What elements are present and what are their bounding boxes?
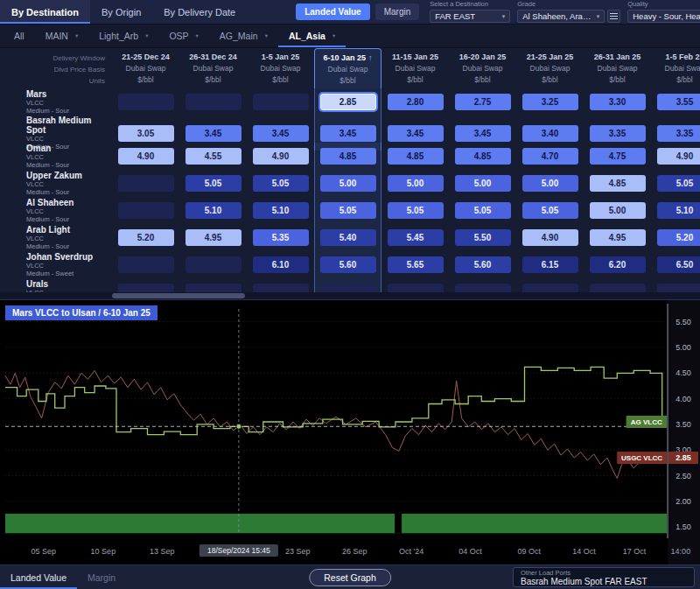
price-cell[interactable] xyxy=(186,256,242,273)
price-cell[interactable]: 5.00 xyxy=(590,202,646,219)
price-cell[interactable]: 4.90 xyxy=(253,148,309,165)
column-header-26-31-jan-25[interactable]: 26-31 Jan 25Dubai Swap$/bbl xyxy=(584,48,651,88)
price-cell[interactable]: 5.00 xyxy=(388,175,444,192)
toggle-landed-value[interactable]: Landed Value xyxy=(296,4,369,20)
price-cell[interactable]: 6.10 xyxy=(253,256,309,273)
price-cell[interactable]: 5.20 xyxy=(118,229,174,246)
price-cell[interactable]: 4.70 xyxy=(522,148,578,165)
price-cell[interactable]: 4.90 xyxy=(522,229,578,246)
price-cell[interactable]: 5.50 xyxy=(455,229,511,246)
toggle-margin[interactable]: Margin xyxy=(375,4,420,20)
price-cell[interactable] xyxy=(118,202,174,219)
price-cell[interactable]: 5.05 xyxy=(186,175,242,192)
price-cell[interactable]: 3.45 xyxy=(253,125,309,142)
price-cell[interactable] xyxy=(253,94,309,110)
select-a-destination-select[interactable]: FAR EAST▾ xyxy=(430,10,510,23)
price-cell[interactable] xyxy=(186,94,242,110)
price-cell[interactable] xyxy=(253,284,309,292)
column-header-21-25-dec-24[interactable]: 21-25 Dec 24Dubai Swap$/bbl xyxy=(112,48,179,88)
price-cell[interactable]: 5.05 xyxy=(388,202,444,219)
price-cell[interactable]: 4.75 xyxy=(590,148,646,165)
price-cell[interactable]: 5.05 xyxy=(522,202,578,219)
price-cell[interactable] xyxy=(320,284,376,292)
price-cell[interactable]: 5.00 xyxy=(320,175,376,192)
price-cell[interactable]: 4.85 xyxy=(388,148,444,165)
price-cell[interactable]: 3.45 xyxy=(455,125,511,142)
price-cell[interactable] xyxy=(118,94,174,110)
other-load-ports-select[interactable]: Other Load Ports Basrah Medium Spot FAR … xyxy=(513,567,695,587)
price-cell[interactable]: 4.95 xyxy=(590,229,646,246)
column-header-1-5-jan-25[interactable]: 1-5 Jan 25Dubai Swap$/bbl xyxy=(247,48,314,88)
row-label-mars[interactable]: MarsVLCCMedium - Sour xyxy=(0,89,112,115)
price-cell[interactable]: 5.10 xyxy=(253,202,309,219)
price-cell[interactable] xyxy=(118,175,174,192)
price-cell[interactable] xyxy=(118,256,174,273)
price-cell[interactable]: 4.90 xyxy=(118,148,174,165)
column-header-6-10-jan-25[interactable]: 6-10 Jan 25↑Dubai Swap$/bbl xyxy=(314,48,382,88)
grade-list-icon[interactable] xyxy=(607,10,620,23)
column-header-16-20-jan-25[interactable]: 16-20 Jan 25Dubai Swap$/bbl xyxy=(449,48,516,88)
price-cell[interactable]: 3.45 xyxy=(388,125,444,142)
price-cell[interactable]: 5.40 xyxy=(320,229,376,246)
price-cell[interactable]: 6.50 xyxy=(657,256,700,273)
row-label-al-shaheen[interactable]: Al ShaheenVLCCMedium - Sour xyxy=(0,198,112,223)
column-header-1-5-feb-25[interactable]: 1-5 Feb 25Dubai Swap$/bbl xyxy=(651,48,700,88)
price-cell[interactable]: 2.80 xyxy=(388,94,444,110)
price-cell[interactable] xyxy=(118,284,174,292)
filter-tab-light-arb[interactable]: Light_Arb▾ xyxy=(88,25,158,47)
row-label-oman[interactable]: OmanVLCCMedium - Sour xyxy=(0,144,112,169)
bottom-tab-landed-value[interactable]: Landed Value xyxy=(0,565,77,589)
filter-tab-osp[interactable]: OSP▾ xyxy=(158,25,208,47)
price-cell[interactable]: 5.65 xyxy=(388,256,444,273)
price-cell[interactable] xyxy=(657,284,700,292)
quality-select[interactable]: Heavy - Sour, Hea...▾ xyxy=(627,10,700,23)
price-cell[interactable]: 5.10 xyxy=(186,202,242,219)
price-cell[interactable]: 5.05 xyxy=(657,175,700,192)
price-cell[interactable]: 3.35 xyxy=(590,125,646,142)
reset-graph-button[interactable]: Reset Graph xyxy=(309,569,391,586)
row-label-johan-sverdrup[interactable]: Johan SverdrupVLCCMedium - Sweet xyxy=(0,252,112,277)
chart-canvas[interactable]: 5.505.004.504.003.503.002.502.001.5005 S… xyxy=(0,300,700,565)
filter-tab-all[interactable]: All xyxy=(4,25,35,47)
price-cell[interactable]: 4.85 xyxy=(320,148,376,165)
price-cell[interactable]: 5.05 xyxy=(253,175,309,192)
column-header-21-25-jan-25[interactable]: 21-25 Jan 25Dubai Swap$/bbl xyxy=(516,48,584,88)
filter-tab-main[interactable]: MAIN▾ xyxy=(35,25,89,47)
price-cell[interactable] xyxy=(522,284,578,292)
price-cell[interactable]: 6.20 xyxy=(590,256,646,273)
price-cell[interactable]: 2.75 xyxy=(455,94,511,110)
bottom-tab-margin[interactable]: Margin xyxy=(77,565,126,589)
price-cell[interactable]: 3.25 xyxy=(522,94,578,110)
price-cell[interactable]: 3.45 xyxy=(186,125,242,142)
price-cell[interactable] xyxy=(186,284,242,292)
price-cell[interactable]: 5.05 xyxy=(320,202,376,219)
price-cell[interactable]: 3.35 xyxy=(657,125,700,142)
price-cell[interactable] xyxy=(388,284,444,292)
price-cell[interactable]: 6.15 xyxy=(522,256,578,273)
price-cell[interactable]: 3.30 xyxy=(590,94,646,110)
price-cell[interactable]: 4.95 xyxy=(186,229,242,246)
row-label-arab-light[interactable]: Arab LightVLCCMedium - Sour xyxy=(0,225,112,250)
price-cell[interactable]: 3.05 xyxy=(118,125,174,142)
price-cell[interactable]: 5.05 xyxy=(455,202,511,219)
price-cell[interactable]: 4.55 xyxy=(186,148,242,165)
top-tab-by-delivery-date[interactable]: By Delivery Date xyxy=(152,0,247,24)
price-cell[interactable]: 5.00 xyxy=(455,175,511,192)
filter-tab-al-asia[interactable]: AL_Asia▾ xyxy=(278,25,346,47)
grade-select[interactable]: Al Shaheen, Arab ...▾ xyxy=(517,10,605,23)
price-cell[interactable]: 5.00 xyxy=(522,175,578,192)
price-cell[interactable]: 5.60 xyxy=(320,256,376,273)
row-label-urals[interactable]: UralsVLCCMedium - Sour xyxy=(0,279,112,292)
price-cell[interactable]: 4.85 xyxy=(455,148,511,165)
price-cell[interactable]: 5.35 xyxy=(253,229,309,246)
price-cell-selected[interactable]: 2.85 xyxy=(320,94,376,110)
price-cell[interactable]: 3.40 xyxy=(522,125,578,142)
price-cell[interactable]: 5.45 xyxy=(388,229,444,246)
price-cell[interactable]: 3.55 xyxy=(657,94,700,110)
price-cell[interactable]: 3.45 xyxy=(320,125,376,142)
price-cell[interactable] xyxy=(455,284,511,292)
price-cell[interactable]: 5.20 xyxy=(657,229,700,246)
price-cell[interactable] xyxy=(590,284,646,292)
filter-tab-ag-main[interactable]: AG_Main▾ xyxy=(209,25,278,47)
price-cell[interactable]: 5.10 xyxy=(657,202,700,219)
